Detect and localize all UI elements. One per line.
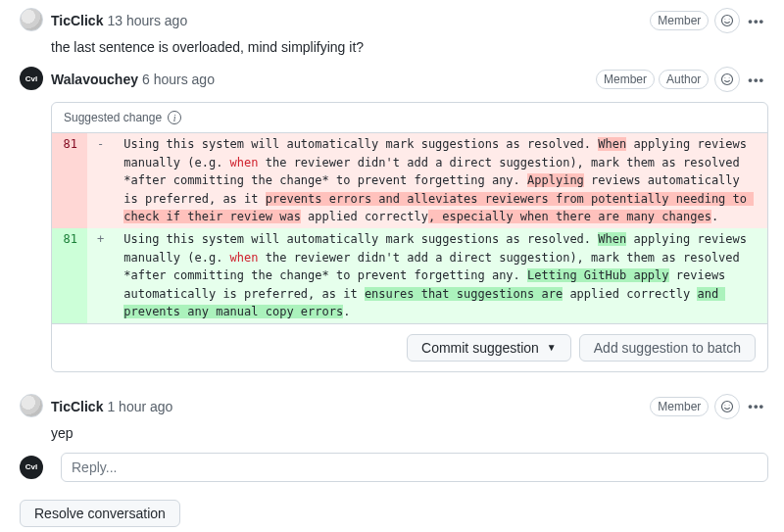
role-badge: Author bbox=[659, 70, 709, 89]
chevron-down-icon: ▼ bbox=[547, 342, 557, 353]
comment: TicClick 13 hours ago Member ••• the las… bbox=[20, 0, 768, 59]
diff-deleted-line: Using this system will automatically mar… bbox=[114, 133, 767, 228]
diff-marker: + bbox=[87, 228, 114, 323]
svg-point-3 bbox=[722, 73, 733, 84]
add-reaction-icon[interactable] bbox=[714, 67, 740, 92]
svg-point-0 bbox=[722, 15, 733, 25]
line-number: 81 bbox=[52, 133, 87, 228]
reply-input[interactable]: Reply... bbox=[61, 453, 768, 482]
comment-body: the last sentence is overloaded, mind si… bbox=[51, 39, 768, 55]
suggested-change-label: Suggested change bbox=[64, 111, 162, 124]
diff-table: 81 - Using this system will automaticall… bbox=[52, 133, 767, 323]
comment-header: TicClick 13 hours ago Member ••• bbox=[51, 8, 768, 33]
comment-body: yep bbox=[51, 425, 768, 441]
comment-author[interactable]: TicClick bbox=[51, 399, 103, 414]
diff-marker: - bbox=[87, 133, 114, 228]
svg-point-4 bbox=[725, 77, 726, 78]
comment: TicClick 1 hour ago Member ••• yep bbox=[20, 386, 768, 445]
comment-header: TicClick 1 hour ago Member ••• bbox=[51, 394, 768, 419]
diff-added-line: Using this system will automatically mar… bbox=[114, 228, 767, 323]
svg-point-1 bbox=[725, 19, 726, 20]
kebab-menu-icon[interactable]: ••• bbox=[744, 73, 768, 87]
comment-header: Walavouchey 6 hours ago Member Author ••… bbox=[51, 67, 768, 92]
role-badge: Member bbox=[650, 11, 709, 30]
kebab-menu-icon[interactable]: ••• bbox=[744, 14, 768, 28]
add-suggestion-to-batch-button[interactable]: Add suggestion to batch bbox=[579, 334, 756, 362]
svg-point-2 bbox=[729, 19, 730, 20]
avatar[interactable]: Cvl bbox=[20, 456, 43, 479]
svg-point-8 bbox=[729, 405, 730, 406]
suggested-change-header: Suggested change i bbox=[52, 103, 767, 133]
comment-timestamp[interactable]: 1 hour ago bbox=[107, 399, 172, 414]
line-number: 81 bbox=[52, 228, 87, 323]
info-icon[interactable]: i bbox=[168, 111, 181, 124]
svg-point-6 bbox=[722, 401, 733, 411]
reply-row: Cvl Reply... bbox=[20, 445, 768, 490]
role-badge: Member bbox=[596, 70, 655, 89]
add-reaction-icon[interactable] bbox=[714, 8, 740, 33]
comment-author[interactable]: TicClick bbox=[51, 13, 103, 28]
svg-point-5 bbox=[729, 77, 730, 78]
avatar[interactable]: Cvl bbox=[20, 67, 43, 90]
comment-author[interactable]: Walavouchey bbox=[51, 72, 138, 87]
comment-timestamp[interactable]: 13 hours ago bbox=[107, 13, 187, 28]
add-reaction-icon[interactable] bbox=[714, 394, 740, 419]
comment: Cvl Walavouchey 6 hours ago Member Autho… bbox=[20, 59, 768, 386]
avatar[interactable] bbox=[20, 8, 43, 31]
comment-timestamp[interactable]: 6 hours ago bbox=[142, 72, 215, 87]
resolve-conversation-button[interactable]: Resolve conversation bbox=[20, 500, 180, 527]
kebab-menu-icon[interactable]: ••• bbox=[744, 399, 768, 413]
svg-point-7 bbox=[725, 405, 726, 406]
role-badge: Member bbox=[650, 397, 709, 416]
commit-suggestion-button[interactable]: Commit suggestion ▼ bbox=[407, 334, 571, 362]
avatar[interactable] bbox=[20, 394, 43, 417]
suggested-change-box: Suggested change i 81 - Using this syste… bbox=[51, 102, 768, 372]
